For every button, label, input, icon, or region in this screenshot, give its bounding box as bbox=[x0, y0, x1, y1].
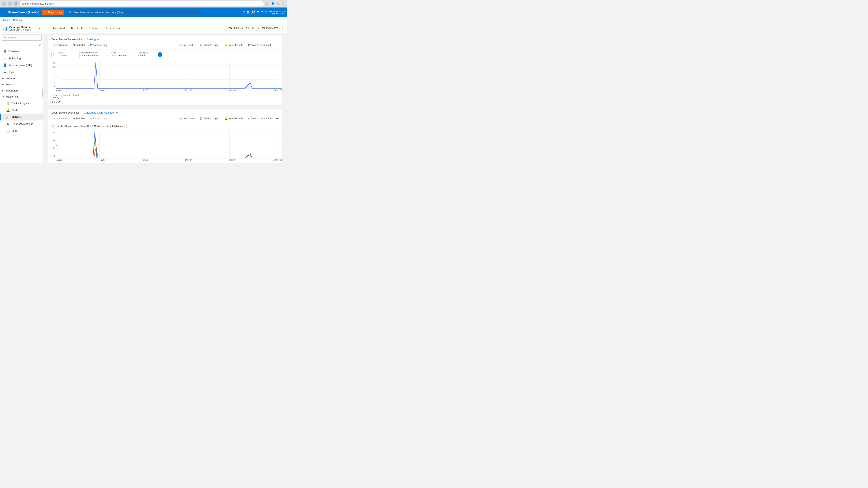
drill-logs-btn-1[interactable]: 📋 Drill into Logs ▾ bbox=[198, 43, 221, 47]
feedback-btn[interactable]: ☺ Feedback ▾ bbox=[103, 25, 123, 31]
settings-icon[interactable]: ⚙ bbox=[257, 10, 259, 14]
breadcrumb-catalog[interactable]: Catalog bbox=[13, 19, 22, 22]
main-layout: 📊 Catalog | Metrics Azure Sphere Catalog… bbox=[0, 23, 287, 163]
chart-2-title-resource[interactable]: Catalog by Event Category bbox=[84, 111, 115, 114]
split-pill[interactable]: ⊟ Split by = Event Category ✕ bbox=[92, 124, 127, 128]
x2-label-mon07: Mon 07 bbox=[185, 159, 192, 161]
svg-marker-12 bbox=[56, 62, 282, 89]
sidebar-item-device-insights[interactable]: 💡 Device insights bbox=[0, 100, 43, 107]
sidebar-collapse-icon[interactable]: « bbox=[39, 43, 41, 47]
drill-logs-btn-2[interactable]: 📋 Drill into Logs ▾ bbox=[198, 116, 221, 121]
sidebar-section-settings[interactable]: ▶ Settings bbox=[0, 82, 43, 88]
browser-profile-icon[interactable]: 👤 bbox=[271, 2, 275, 6]
manage-expand-icon: ▶ bbox=[2, 77, 4, 79]
cloud-shell-icon[interactable]: ⬡ bbox=[243, 10, 245, 14]
line-chart-btn-1[interactable]: 📉 Line chart ▾ bbox=[177, 43, 196, 47]
drill-logs-icon-1: 📋 bbox=[200, 44, 203, 46]
notifications-icon[interactable]: 🔔 1 bbox=[251, 10, 255, 14]
global-search[interactable]: 🔍 Search resources, services, and docs (… bbox=[67, 9, 201, 15]
help-icon[interactable]: ? bbox=[261, 10, 263, 14]
user-profile[interactable]: @microsoft.com MICROSOFT bbox=[269, 10, 285, 14]
x2-label-august: August bbox=[56, 159, 62, 161]
save-dashboard-btn-1[interactable]: ⊡ Save to dashboard ▾ bbox=[246, 43, 274, 47]
selector-drag-handle[interactable]: ⠿ bbox=[52, 51, 56, 58]
split-pill-close[interactable]: ✕ bbox=[124, 125, 126, 127]
add-filter-btn-2[interactable]: ⊞ Add filter bbox=[71, 116, 87, 121]
back-button[interactable]: ← bbox=[2, 1, 6, 6]
apply-splitting-btn-2[interactable]: ⊟ Apply splitting bbox=[88, 116, 109, 121]
metric-dropdown-arrow: ▾ bbox=[135, 54, 135, 56]
content-area: ＋ New chart ↻ Refresh ⤴ Share ▾ ☺ Feedba… bbox=[43, 23, 287, 163]
line-chart-icon-1: 📉 bbox=[179, 44, 182, 46]
add-metric-icon-2: ＋ bbox=[53, 117, 56, 120]
refresh-button[interactable]: ↻ bbox=[13, 1, 18, 6]
sidebar-item-diagnostic[interactable]: ⚙ Diagnostic settings bbox=[0, 121, 43, 127]
new-chart-btn[interactable]: ＋ New chart bbox=[48, 25, 67, 31]
sidebar-item-overview[interactable]: ⊞ Overview bbox=[0, 48, 43, 55]
chart-2-nav-left[interactable]: ‹ bbox=[54, 141, 59, 150]
chart-2-toolbar: ＋ Add metric ⊞ Add filter ⊟ Apply splitt… bbox=[48, 114, 282, 123]
chart-1-nav-left[interactable]: ‹ bbox=[54, 72, 59, 80]
browser-settings-icon[interactable]: ⋮ bbox=[282, 2, 286, 6]
save-dashboard-btn-2[interactable]: ⊡ Save to dashboard ▾ bbox=[246, 116, 274, 121]
forward-button[interactable]: → bbox=[7, 1, 12, 6]
address-bar[interactable]: 🔒 https://ms.portal.azure.com/ bbox=[19, 1, 264, 6]
new-alert-btn-1[interactable]: 🔔 New alert rule bbox=[223, 43, 245, 47]
chart-1-legend-name: Device Requests (Count) bbox=[55, 94, 79, 96]
chart-1-title-resource[interactable]: Catalog bbox=[87, 38, 96, 41]
close-resource-btn[interactable]: ✕ bbox=[38, 27, 41, 30]
breadcrumb-home[interactable]: Home bbox=[3, 19, 10, 22]
directory-icon[interactable]: ⊡ bbox=[247, 10, 250, 14]
sidebar-item-metrics[interactable]: 📈 Metrics bbox=[0, 113, 43, 121]
device-events-pill[interactable]: ⠿ _Catalog. Device Events, Count ✕ bbox=[52, 124, 91, 128]
tags-icon: 🏷 bbox=[3, 70, 7, 74]
chart-2-header: Count Device Events for Catalog by Event… bbox=[48, 109, 282, 114]
namespace-value[interactable]: Standard metrics bbox=[80, 54, 109, 58]
sidebar-item-logs[interactable]: 📄 Logs bbox=[0, 127, 43, 134]
add-metric-btn-2[interactable]: ＋ Add metric bbox=[52, 116, 69, 121]
sidebar-section-integration[interactable]: ▶ Integration bbox=[0, 88, 43, 94]
hamburger-menu[interactable]: ☰ bbox=[2, 10, 5, 14]
aggregation-label: Aggregation bbox=[137, 51, 157, 54]
sidebar-item-iam[interactable]: 👤 Access control (IAM) bbox=[0, 62, 43, 69]
browser-bookmark-icon[interactable]: ☆ bbox=[276, 2, 280, 6]
sidebar-section-monitoring[interactable]: ▼ Monitoring bbox=[0, 94, 43, 100]
x-label-sat05: Sat 05 bbox=[143, 89, 148, 92]
report-bug-button[interactable]: 🐛 Report a bug bbox=[42, 10, 64, 15]
more-btn-2[interactable]: ⋯ bbox=[276, 117, 279, 120]
apply-splitting-btn-1[interactable]: ⊟ Apply splitting bbox=[88, 43, 109, 47]
browser-tab-icon[interactable]: ⊞ bbox=[265, 2, 269, 6]
refresh-btn[interactable]: ↻ Refresh bbox=[69, 25, 85, 31]
sidebar-item-tags[interactable]: 🏷 Tags bbox=[0, 69, 43, 75]
chart-1-edit-icon[interactable]: ✏ bbox=[97, 38, 99, 41]
sidebar-section-manage[interactable]: ▶ Manage bbox=[0, 75, 43, 82]
aggregation-value[interactable]: Count bbox=[137, 54, 157, 58]
metric-value[interactable]: Device Requests bbox=[109, 54, 137, 58]
scope-value[interactable]: _Catalog bbox=[56, 54, 80, 58]
pill-close-icon[interactable]: ✕ bbox=[87, 125, 89, 127]
selector-group-1: ⠿ Scope _Catalog Metric Namespace Standa… bbox=[52, 51, 157, 58]
topbar-actions: ⬡ ⊡ 🔔 1 ⚙ ? ☺ @microsoft.com MICROSOFT bbox=[243, 10, 285, 14]
browser-bar: ← → ↻ 🔒 https://ms.portal.azure.com/ ⊞ 👤… bbox=[0, 0, 287, 7]
selector-confirm-btn[interactable]: ✓ bbox=[158, 52, 162, 57]
scope-label: Scope bbox=[56, 51, 80, 54]
time-range-btn[interactable]: Local Time: 7/31 2:45 PM – 8/9 2:45 PM (… bbox=[225, 25, 282, 31]
new-alert-btn-2[interactable]: 🔔 New alert rule bbox=[223, 116, 245, 121]
sidebar-search[interactable]: 🔍 Search bbox=[2, 34, 42, 41]
chart-2-nav-right[interactable]: › bbox=[278, 141, 282, 150]
chart-1-nav-right[interactable]: › bbox=[278, 72, 282, 80]
y2-label-0: 0 bbox=[54, 155, 56, 157]
sidebar-item-activity-log[interactable]: 📋 Activity log bbox=[0, 55, 43, 62]
sidebar-item-alerts[interactable]: 🔔 Alerts bbox=[0, 107, 43, 113]
y-label-1k: 1k bbox=[53, 82, 56, 84]
share-btn[interactable]: ⤴ Share ▾ bbox=[87, 25, 101, 31]
add-filter-btn-1[interactable]: ⊞ Add filter bbox=[71, 43, 87, 47]
more-btn-1[interactable]: ⋯ bbox=[276, 43, 279, 47]
chart-2-edit-icon[interactable]: ✏ bbox=[116, 111, 118, 114]
line-chart-btn-2[interactable]: 📉 Line chart ▾ bbox=[177, 116, 196, 121]
feedback-topbar-icon[interactable]: ☺ bbox=[265, 10, 268, 14]
metrics-icon: 📈 bbox=[6, 115, 10, 119]
add-metric-btn-1[interactable]: ＋ Add metric bbox=[52, 42, 69, 48]
namespace-dropdown-arrow: ▾ bbox=[107, 54, 108, 56]
line-chart-icon-2: 📉 bbox=[179, 117, 182, 120]
